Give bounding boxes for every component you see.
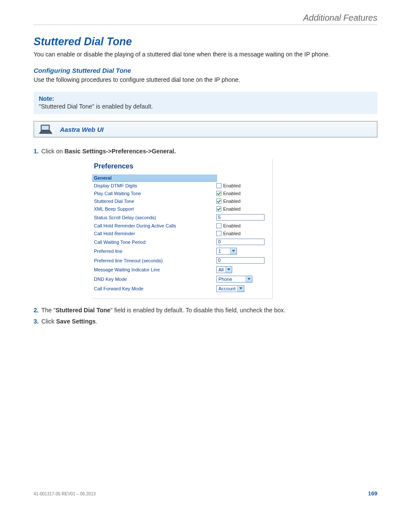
pref-row-chrdac: Call Hold Reminder During Active Calls E… — [92, 222, 272, 230]
preferences-title: Preferences — [92, 162, 272, 174]
step-pre: The " — [41, 307, 56, 314]
pref-row-sdt: Stuttered Dial Tone Enabled — [92, 197, 272, 205]
step-post: " field is enabled by default. To disabl… — [110, 307, 285, 314]
step-text: The "Stuttered Dial Tone" field is enabl… — [41, 307, 377, 314]
webui-bar: Aastra Web UI — [34, 121, 377, 137]
pref-row-cwtp: Call Waiting Tone Period 0 — [92, 237, 272, 246]
svg-marker-2 — [39, 131, 52, 134]
pref-label: XML Beep Support — [94, 206, 216, 212]
step-list-continued: 2. The "Stuttered Dial Tone" field is en… — [34, 307, 377, 325]
section-header: Additional Features — [34, 13, 377, 23]
step-pre: Click — [41, 318, 56, 325]
svg-rect-1 — [42, 126, 49, 130]
preferences-section-header: General — [92, 174, 217, 182]
checkbox-dtmf[interactable] — [216, 183, 221, 188]
step-bold: Save Settings — [56, 318, 96, 325]
svg-marker-5 — [247, 278, 251, 280]
select-value: Account — [217, 286, 237, 291]
pref-label: Display DTMF Digits — [94, 183, 216, 188]
enabled-text: Enabled — [223, 183, 240, 188]
checkbox-sdt[interactable] — [216, 199, 221, 204]
step-1: 1. Click on Basic Settings->Preferences-… — [34, 148, 377, 155]
checkbox-cwt[interactable] — [216, 191, 221, 196]
pref-label: Play Call Waiting Tone — [94, 191, 216, 196]
step-pre: Click on — [41, 148, 65, 155]
intro-paragraph: You can enable or disable the playing of… — [34, 50, 377, 59]
select-dnd[interactable]: Phone — [216, 276, 252, 283]
chevron-down-icon — [246, 276, 252, 282]
pref-row-dtmf: Display DTMF Digits Enabled — [92, 182, 272, 190]
pref-label: Call Hold Reminder — [94, 231, 216, 236]
webui-label: Aastra Web UI — [60, 126, 103, 133]
checkbox-xml[interactable] — [216, 206, 221, 212]
pref-row-mwil: Message Waiting Indicator Line All — [92, 265, 272, 274]
step-text: Click on Basic Settings->Preferences->Ge… — [41, 148, 377, 155]
pref-label: Call Hold Reminder During Active Calls — [94, 223, 216, 228]
pref-label: Preferred line — [94, 249, 216, 254]
select-value: 1 — [217, 249, 230, 254]
note-box: Note: "Stuttered Dial Tone" is enabled b… — [34, 92, 377, 114]
enabled-text: Enabled — [223, 191, 240, 196]
enabled-text: Enabled — [223, 199, 240, 204]
svg-marker-4 — [227, 268, 230, 271]
pref-label: Message Waiting Indicator Line — [94, 267, 216, 272]
enabled-text: Enabled — [223, 231, 240, 236]
step-list: 1. Click on Basic Settings->Preferences-… — [34, 148, 377, 155]
input-plto[interactable]: 0 — [216, 257, 265, 264]
select-mwil[interactable]: All — [216, 266, 232, 273]
pref-label: DND Key Mode — [94, 277, 216, 282]
pref-label: Call Forward Key Mode — [94, 286, 216, 291]
step-number: 1. — [34, 148, 41, 155]
subsection-intro: Use the following procedures to configur… — [34, 76, 377, 84]
note-label: Note: — [39, 95, 372, 102]
checkbox-chr[interactable] — [216, 231, 221, 236]
pref-row-xml: XML Beep Support Enabled — [92, 205, 272, 213]
step-3: 3. Click Save Settings. — [34, 318, 377, 325]
enabled-text: Enabled — [223, 223, 240, 228]
pref-label: Preferred line Timeout (seconds) — [94, 258, 216, 263]
page-footer: 41-001317-05 REV01 – 06.2013 169 — [34, 490, 377, 497]
pref-row-cwt: Play Call Waiting Tone Enabled — [92, 190, 272, 197]
chevron-down-icon — [225, 267, 232, 273]
page-title: Stuttered Dial Tone — [34, 35, 377, 48]
pref-label: Stuttered Dial Tone — [94, 199, 216, 204]
step-bold: Basic Settings->Preferences->General. — [65, 148, 176, 155]
input-ssd[interactable]: 5 — [216, 214, 265, 221]
pref-row-plto: Preferred line Timeout (seconds) 0 — [92, 256, 272, 265]
pref-label: Call Waiting Tone Period — [94, 240, 216, 245]
step-bold: Stuttered Dial Tone — [56, 307, 110, 314]
step-2: 2. The "Stuttered Dial Tone" field is en… — [34, 307, 377, 314]
select-cfkm[interactable]: Account — [216, 285, 244, 292]
enabled-text: Enabled — [223, 206, 240, 212]
step-number: 2. — [34, 307, 41, 314]
pref-label: Status Scroll Delay (seconds) — [94, 215, 216, 220]
pref-row-ssd: Status Scroll Delay (seconds) 5 — [92, 213, 272, 222]
chevron-down-icon — [237, 286, 244, 292]
chevron-down-icon — [230, 248, 237, 254]
pref-row-dnd: DND Key Mode Phone — [92, 274, 272, 284]
select-pline[interactable]: 1 — [216, 248, 237, 255]
step-number: 3. — [34, 318, 41, 325]
preferences-panel: Preferences General Display DTMF Digits … — [92, 159, 273, 299]
note-text: "Stuttered Dial Tone" is enabled by defa… — [39, 103, 372, 110]
svg-marker-3 — [232, 250, 235, 252]
step-post: . — [96, 318, 97, 325]
page-number: 169 — [368, 490, 377, 497]
step-text: Click Save Settings. — [41, 318, 377, 325]
input-cwtp[interactable]: 0 — [216, 239, 265, 245]
pref-row-pline: Preferred line 1 — [92, 246, 272, 256]
select-value: All — [217, 267, 225, 272]
header-divider — [34, 25, 377, 25]
subsection-title: Configuring Stuttered Dial Tone — [34, 67, 377, 74]
pref-row-chr: Call Hold Reminder Enabled — [92, 230, 272, 237]
svg-marker-6 — [239, 287, 243, 289]
doc-id: 41-001317-05 REV01 – 06.2013 — [34, 492, 96, 496]
pref-row-cfkm: Call Forward Key Mode Account — [92, 284, 272, 293]
laptop-icon — [37, 123, 54, 135]
select-value: Phone — [217, 277, 246, 282]
checkbox-chrdac[interactable] — [216, 223, 221, 228]
